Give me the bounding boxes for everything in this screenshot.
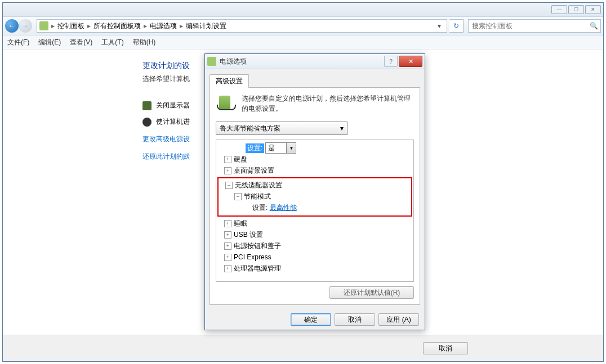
chevron-down-icon: ▼ bbox=[286, 143, 296, 153]
search-icon[interactable]: 🔍 bbox=[590, 22, 598, 30]
nav-forward-button[interactable]: → bbox=[19, 19, 32, 33]
sleep-label: 使计算机进 bbox=[156, 117, 190, 127]
dropdown-arrow-icon: ▾ bbox=[340, 124, 344, 132]
nav-back-button[interactable]: ← bbox=[5, 19, 19, 33]
expand-icon[interactable]: + bbox=[224, 231, 231, 239]
breadcrumb-sep-icon: ▸ bbox=[50, 22, 56, 30]
tree-item-usb[interactable]: + USB 设置 bbox=[217, 229, 412, 240]
intro-text: 选择您要自定义的电源计划，然后选择您希望计算机管理的电源设置。 bbox=[242, 93, 414, 114]
display-off-label: 关闭显示器 bbox=[156, 101, 190, 110]
breadcrumb-item[interactable]: 控制面板 bbox=[57, 21, 84, 31]
intro-row: 选择您要自定义的电源计划，然后选择您希望计算机管理的电源设置。 bbox=[216, 93, 414, 114]
search-input[interactable] bbox=[471, 21, 590, 30]
moon-icon bbox=[142, 118, 152, 127]
menu-edit[interactable]: 编辑(E) bbox=[38, 38, 61, 47]
cancel-button[interactable]: 取消 bbox=[423, 342, 468, 354]
setting-value-dropdown[interactable]: 是 ▼ bbox=[265, 142, 296, 154]
tree-item-cpu[interactable]: + 处理器电源管理 bbox=[217, 263, 412, 274]
menu-file[interactable]: 文件(F) bbox=[7, 38, 29, 47]
tab-content: 选择您要自定义的电源计划，然后选择您希望计算机管理的电源设置。 鲁大师节能省电方… bbox=[210, 88, 420, 305]
tab-advanced[interactable]: 高级设置 bbox=[210, 74, 249, 88]
battery-large-icon bbox=[216, 93, 236, 114]
collapse-icon[interactable]: – bbox=[225, 182, 233, 189]
expand-icon[interactable]: + bbox=[224, 167, 231, 174]
tree-item-power-mode[interactable]: – 节能模式 bbox=[220, 191, 410, 202]
highlighted-region: – 无线适配器设置 – 节能模式 设置: 最高性能 bbox=[217, 177, 412, 217]
dialog-body: 高级设置 选择您要自定义的电源计划，然后选择您希望计算机管理的电源设置。 鲁大师… bbox=[205, 69, 425, 309]
dialog-title: 电源选项 bbox=[220, 57, 384, 66]
tree-label: 处理器电源管理 bbox=[234, 264, 281, 273]
restore-defaults-row: 还原计划默认值(R) bbox=[216, 286, 414, 299]
menu-tools[interactable]: 工具(T) bbox=[101, 38, 123, 47]
expand-icon[interactable]: + bbox=[224, 242, 231, 250]
battery-icon bbox=[207, 57, 216, 66]
control-panel-icon bbox=[39, 21, 48, 30]
tree-current-setting: 设置: 是 ▼ bbox=[217, 142, 412, 154]
tree-power-mode-setting[interactable]: 设置: 最高性能 bbox=[220, 202, 410, 213]
menu-help[interactable]: 帮助(H) bbox=[133, 38, 156, 47]
setting-value: 是 bbox=[268, 143, 275, 153]
breadcrumb-item[interactable]: 电源选项 bbox=[150, 21, 177, 31]
setting-label: 设置: bbox=[246, 143, 264, 153]
window-titlebar: — ☐ ✕ bbox=[3, 3, 603, 17]
maximize-button[interactable]: ☐ bbox=[568, 5, 584, 14]
setting-label-text: 设置: bbox=[252, 203, 268, 213]
setting-value-link[interactable]: 最高性能 bbox=[270, 203, 297, 213]
expand-icon[interactable]: + bbox=[224, 254, 231, 261]
nav-buttons: ← → bbox=[5, 19, 34, 33]
dialog-footer: 确定 取消 应用 (A) bbox=[205, 309, 425, 330]
minimize-button[interactable]: — bbox=[551, 5, 567, 14]
menu-bar: 文件(F) 编辑(E) 查看(V) 工具(T) 帮助(H) bbox=[3, 35, 603, 50]
plan-select[interactable]: 鲁大师节能省电方案 ▾ bbox=[216, 122, 347, 135]
monitor-icon bbox=[142, 101, 152, 110]
page-footer: 取消 bbox=[3, 335, 603, 361]
tree-item-hdd[interactable]: + 硬盘 bbox=[217, 154, 412, 165]
menu-view[interactable]: 查看(V) bbox=[70, 38, 92, 47]
collapse-icon[interactable]: – bbox=[234, 193, 242, 200]
restore-defaults-button[interactable]: 还原计划默认值(R) bbox=[329, 286, 414, 299]
address-dropdown-icon[interactable]: ▾ bbox=[434, 22, 444, 30]
nav-toolbar: ← → ▸ 控制面板 ▸ 所有控制面板项 ▸ 电源选项 ▸ 编辑计划设置 ▾ ↻… bbox=[3, 17, 603, 35]
expand-icon[interactable]: + bbox=[224, 156, 231, 163]
tree-item-desktop-bg[interactable]: + 桌面背景设置 bbox=[217, 165, 412, 176]
plan-select-value: 鲁大师节能省电方案 bbox=[220, 124, 280, 133]
dialog-titlebar: 电源选项 ? ✕ bbox=[205, 54, 425, 69]
tree-item-wireless[interactable]: – 无线适配器设置 bbox=[220, 179, 410, 191]
expand-icon[interactable]: + bbox=[224, 220, 231, 227]
tree-label: 桌面背景设置 bbox=[234, 166, 274, 176]
change-advanced-link[interactable]: 更改高级电源设 bbox=[142, 135, 190, 143]
breadcrumb-sep-icon: ▸ bbox=[86, 22, 92, 30]
restore-plan-link[interactable]: 还原此计划的默 bbox=[142, 152, 190, 160]
tree-item-power-button[interactable]: + 电源按钮和盖子 bbox=[217, 240, 412, 251]
tree-label: 睡眠 bbox=[234, 219, 247, 228]
ok-button[interactable]: 确定 bbox=[291, 313, 331, 326]
tree-label: PCI Express bbox=[234, 253, 271, 261]
breadcrumb-item[interactable]: 所有控制面板项 bbox=[93, 21, 141, 31]
tree-label: 节能模式 bbox=[244, 192, 271, 201]
settings-tree[interactable]: 设置: 是 ▼ + 硬盘 + 桌面背景设置 bbox=[216, 140, 414, 282]
power-options-dialog: 电源选项 ? ✕ 高级设置 选择您要自定义的电源计划，然后选择您希望计算机管理的… bbox=[204, 53, 425, 330]
tab-strip: 高级设置 bbox=[210, 74, 420, 88]
tree-label: 电源按钮和盖子 bbox=[234, 241, 281, 251]
cancel-button[interactable]: 取消 bbox=[335, 313, 375, 326]
tree-item-sleep[interactable]: + 睡眠 bbox=[217, 218, 412, 229]
tree-item-pci[interactable]: + PCI Express bbox=[217, 251, 412, 263]
close-button[interactable]: ✕ bbox=[585, 5, 601, 14]
tree-label: 无线适配器设置 bbox=[235, 181, 282, 190]
breadcrumb-sep-icon: ▸ bbox=[178, 22, 185, 30]
apply-button[interactable]: 应用 (A) bbox=[378, 313, 419, 326]
address-bar[interactable]: ▸ 控制面板 ▸ 所有控制面板项 ▸ 电源选项 ▸ 编辑计划设置 ▾ bbox=[37, 19, 447, 33]
tree-label: USB 设置 bbox=[234, 230, 263, 240]
tree-label: 硬盘 bbox=[234, 155, 247, 164]
search-box[interactable]: 🔍 bbox=[468, 19, 601, 33]
refresh-button[interactable]: ↻ bbox=[449, 19, 464, 33]
breadcrumb-sep-icon: ▸ bbox=[142, 22, 149, 30]
explorer-window: — ☐ ✕ ← → ▸ 控制面板 ▸ 所有控制面板项 ▸ 电源选项 ▸ 编辑计划… bbox=[2, 2, 604, 362]
breadcrumb-item[interactable]: 编辑计划设置 bbox=[186, 21, 226, 31]
expand-icon[interactable]: + bbox=[224, 265, 231, 272]
dialog-close-button[interactable]: ✕ bbox=[399, 56, 422, 67]
dialog-help-button[interactable]: ? bbox=[384, 56, 398, 67]
